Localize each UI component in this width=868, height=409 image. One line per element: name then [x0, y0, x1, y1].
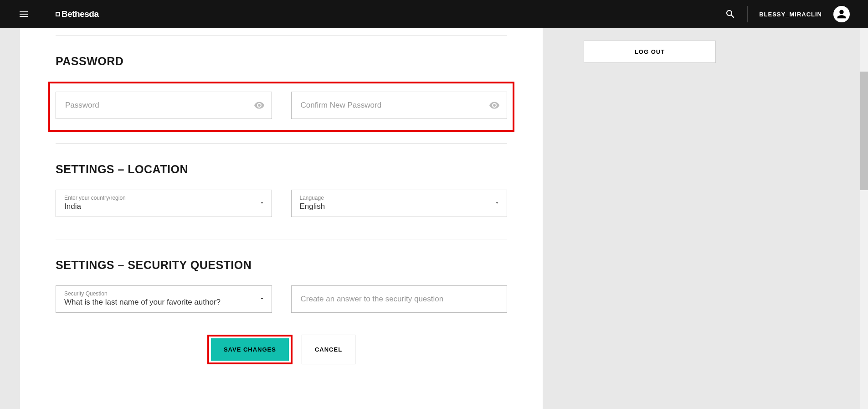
- confirm-password-field-wrapper: [291, 92, 508, 119]
- security-question-select[interactable]: Security Question What is the last name …: [56, 285, 272, 313]
- language-select[interactable]: Language English: [291, 190, 508, 217]
- location-section-title: SETTINGS – LOCATION: [56, 163, 507, 176]
- username[interactable]: BLESSY_MIRACLIN: [759, 11, 822, 18]
- cancel-button[interactable]: CANCEL: [302, 335, 355, 364]
- scrollbar[interactable]: [860, 28, 868, 409]
- chevron-down-icon: [259, 295, 265, 303]
- button-row: SAVE CHANGES CANCEL: [56, 335, 507, 364]
- logo[interactable]: Bethesda: [56, 9, 99, 19]
- confirm-password-input[interactable]: [291, 92, 508, 119]
- header-right: BLESSY_MIRACLIN: [725, 6, 850, 22]
- security-section-title: SETTINGS – SECURITY QUESTION: [56, 259, 507, 272]
- password-highlight: [48, 82, 514, 132]
- language-label: Language: [300, 195, 484, 201]
- main-container: PASSWORD SETTINGS – LOCA: [0, 28, 868, 409]
- content-area: PASSWORD SETTINGS – LOCA: [20, 28, 543, 409]
- menu-icon[interactable]: [18, 9, 29, 20]
- avatar[interactable]: [833, 6, 850, 22]
- password-field-wrapper: [56, 92, 272, 119]
- security-question-label: Security Question: [64, 290, 249, 297]
- eye-icon[interactable]: [254, 100, 265, 111]
- logo-text: Bethesda: [62, 9, 99, 19]
- chevron-down-icon: [259, 199, 265, 207]
- logo-icon: [56, 12, 60, 16]
- security-question-value: What is the last name of your favorite a…: [64, 298, 221, 306]
- security-question-wrapper: Security Question What is the last name …: [56, 285, 272, 313]
- language-field-wrapper: Language English: [291, 190, 508, 217]
- eye-icon[interactable]: [489, 100, 500, 111]
- section-divider: [56, 35, 507, 36]
- country-select[interactable]: Enter your country/region India: [56, 190, 272, 217]
- country-value: India: [64, 202, 81, 211]
- header: Bethesda BLESSY_MIRACLIN: [0, 0, 868, 28]
- sidebar-right: LOG OUT: [584, 28, 716, 409]
- security-answer-wrapper: [291, 285, 508, 313]
- chevron-down-icon: [494, 199, 500, 207]
- scrollbar-thumb[interactable]: [860, 72, 868, 190]
- search-icon[interactable]: [725, 9, 736, 20]
- password-input[interactable]: [56, 92, 272, 119]
- language-value: English: [300, 202, 325, 211]
- section-divider: [56, 143, 507, 144]
- logout-button[interactable]: LOG OUT: [584, 41, 716, 63]
- header-divider: [747, 6, 748, 22]
- country-label: Enter your country/region: [64, 195, 249, 201]
- save-button[interactable]: SAVE CHANGES: [211, 338, 289, 361]
- country-field-wrapper: Enter your country/region India: [56, 190, 272, 217]
- section-divider: [56, 239, 507, 239]
- security-answer-input[interactable]: [291, 285, 508, 313]
- password-section-title: PASSWORD: [56, 55, 507, 68]
- save-highlight: SAVE CHANGES: [207, 335, 293, 364]
